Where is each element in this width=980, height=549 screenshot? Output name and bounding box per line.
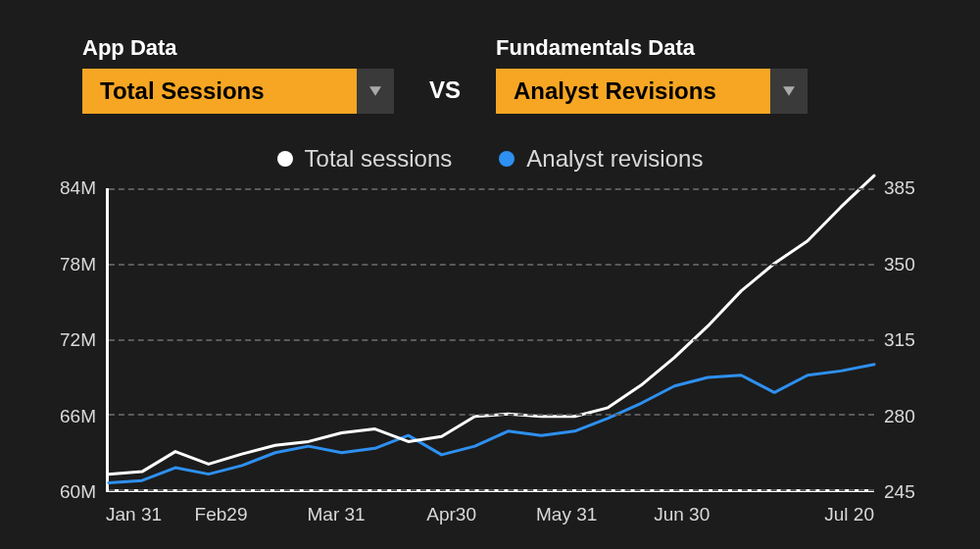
x-tick: Jun 30 xyxy=(654,504,710,525)
chevron-down-icon xyxy=(770,69,808,114)
y-left-tick: 78M xyxy=(60,254,96,275)
x-axis: Jan 31Feb29Mar 31Apr30May 31Jun 30Jul 20 xyxy=(106,504,874,531)
y-axis-right: 385350315280245 xyxy=(874,188,937,492)
x-tick: May 31 xyxy=(536,504,597,525)
chart-legend: Total sessions Analyst revisions xyxy=(43,145,937,173)
fundamentals-data-label: Fundamentals Data xyxy=(496,35,808,61)
selector-row: App Data Total Sessions VS Fundamentals … xyxy=(43,35,937,114)
y-left-tick: 72M xyxy=(60,329,96,351)
plot-area xyxy=(106,188,874,492)
legend-dot-icon xyxy=(499,151,514,167)
legend-item-total-sessions: Total sessions xyxy=(277,145,453,173)
app-data-select-value: Total Sessions xyxy=(82,69,357,114)
grid-line xyxy=(109,188,874,190)
y-left-tick: 66M xyxy=(60,406,96,427)
series-line xyxy=(109,175,874,474)
y-right-tick: 350 xyxy=(884,254,915,275)
y-right-tick: 315 xyxy=(884,329,915,351)
fundamentals-data-group: Fundamentals Data Analyst Revisions xyxy=(496,35,808,114)
app-data-label: App Data xyxy=(82,35,394,61)
legend-dot-icon xyxy=(277,151,293,167)
grid-line xyxy=(109,339,874,341)
fundamentals-data-select-value: Analyst Revisions xyxy=(496,69,770,114)
chart-area: 84M78M72M66M60M 385350315280245 xyxy=(43,188,937,492)
chevron-down-icon xyxy=(357,69,394,114)
legend-label: Total sessions xyxy=(305,145,453,173)
x-tick: Apr30 xyxy=(426,504,476,525)
y-right-tick: 280 xyxy=(884,406,915,427)
legend-item-analyst-revisions: Analyst revisions xyxy=(499,145,703,173)
y-left-tick: 60M xyxy=(60,481,96,503)
y-axis-left: 84M78M72M66M60M xyxy=(43,188,106,492)
chart-card: App Data Total Sessions VS Fundamentals … xyxy=(0,0,980,549)
x-tick: Jul 20 xyxy=(824,504,874,525)
app-data-select[interactable]: Total Sessions xyxy=(82,69,394,114)
grid-line xyxy=(109,489,874,491)
legend-label: Analyst revisions xyxy=(526,145,703,173)
series-line xyxy=(109,365,874,483)
x-tick: Jan 31 xyxy=(106,504,162,525)
vs-label: VS xyxy=(429,76,461,104)
y-left-tick: 84M xyxy=(60,177,96,199)
fundamentals-data-select[interactable]: Analyst Revisions xyxy=(496,69,808,114)
app-data-group: App Data Total Sessions xyxy=(82,35,394,114)
x-tick: Mar 31 xyxy=(308,504,366,525)
x-tick: Feb29 xyxy=(195,504,248,525)
grid-line xyxy=(109,264,874,266)
grid-line xyxy=(109,414,874,416)
y-right-tick: 245 xyxy=(884,481,915,503)
y-right-tick: 385 xyxy=(884,177,915,199)
